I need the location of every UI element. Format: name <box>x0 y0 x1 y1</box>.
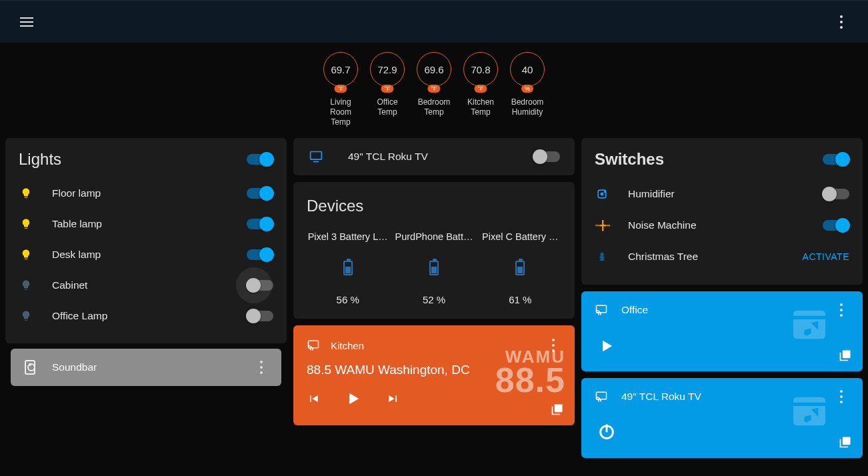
battery-icon <box>343 261 353 275</box>
bulb-icon <box>19 187 33 199</box>
media-room: 49" TCL Roku TV <box>621 391 701 403</box>
column-3: Switches Humidifier ┉╋┉ Noise Machine <box>581 138 863 458</box>
lights-title: Lights <box>19 150 61 169</box>
media-artwork: WAMU 88.5 <box>495 349 565 396</box>
tree-icon <box>595 250 609 263</box>
speaker-icon <box>23 360 37 375</box>
lights-card: Lights Floor lamp Table lamp <box>5 138 287 343</box>
light-row-floor-lamp: Floor lamp <box>19 178 273 209</box>
switches-card: Switches Humidifier ┉╋┉ Noise Machine <box>581 138 863 285</box>
sensor-unit: °F <box>474 85 487 93</box>
switches-master-toggle[interactable] <box>823 154 849 165</box>
sensor-value: 72.9 <box>377 64 397 75</box>
light-label: Desk lamp <box>52 249 101 261</box>
light-label: Floor lamp <box>52 187 101 199</box>
svg-rect-2 <box>309 341 319 348</box>
library-icon[interactable] <box>839 435 852 449</box>
devices-card: Devices Pixel 3 Battery L… 56 % PurdPhon… <box>293 182 575 319</box>
soundbar-label: Soundbar <box>52 361 97 373</box>
library-icon[interactable] <box>839 349 852 362</box>
tv-toggle[interactable] <box>533 151 560 162</box>
media-more-icon[interactable] <box>833 302 849 318</box>
device-name: Pixel 3 Battery L… <box>307 231 389 242</box>
light-toggle[interactable] <box>247 219 273 229</box>
sensor-unit: % <box>521 85 533 93</box>
sensor-value: 70.8 <box>471 64 490 75</box>
top-bar <box>0 0 868 43</box>
light-row-cabinet: Cabinet <box>19 270 273 301</box>
bulb-icon <box>19 279 33 291</box>
svg-rect-0 <box>311 152 322 160</box>
svg-rect-13 <box>793 397 825 426</box>
sensor-label: Living Room Temp <box>322 97 359 127</box>
battery-icon <box>515 261 525 275</box>
devices-title: Devices <box>307 197 561 215</box>
svg-rect-7 <box>597 305 607 313</box>
svg-rect-8 <box>793 311 825 339</box>
sensor-kitchen-temp[interactable]: 70.8 °F Kitchen Temp <box>462 52 499 127</box>
sensor-unit: °F <box>334 85 347 93</box>
device-value: 52 % <box>393 294 475 305</box>
switch-toggle[interactable] <box>823 189 849 199</box>
waveform-icon: ┉╋┉ <box>595 220 609 231</box>
cast-icon <box>307 339 320 351</box>
svg-rect-10 <box>597 392 607 399</box>
media-more-icon[interactable] <box>833 389 849 405</box>
prev-track-icon[interactable] <box>307 392 320 405</box>
cast-icon <box>595 304 608 316</box>
light-toggle[interactable] <box>247 280 273 291</box>
media-placeholder-icon <box>788 390 831 433</box>
switch-row-humidifier: Humidifier <box>595 178 849 210</box>
library-icon[interactable] <box>551 403 564 416</box>
switch-toggle[interactable] <box>823 220 849 231</box>
light-toggle[interactable] <box>247 311 273 321</box>
sensor-living-room-temp[interactable]: 69.7 °F Living Room Temp <box>322 52 359 127</box>
bulb-icon <box>19 310 33 322</box>
media-room: Kitchen <box>331 340 364 351</box>
device-value: 56 % <box>307 294 389 305</box>
column-1: Lights Floor lamp Table lamp <box>5 138 287 458</box>
light-toggle[interactable] <box>247 249 273 260</box>
sensor-unit: °F <box>381 85 393 93</box>
bulb-icon <box>19 249 33 261</box>
next-track-icon[interactable] <box>387 392 400 405</box>
activate-button[interactable]: ACTIVATE <box>803 251 849 262</box>
sensor-label: Bedroom Temp <box>415 97 453 117</box>
device-pixelc[interactable]: Pixel C Battery … 61 % <box>479 231 561 305</box>
device-purdphone[interactable]: PurdPhone Batt… 52 % <box>393 231 475 305</box>
column-2: 49" TCL Roku TV Devices Pixel 3 Battery … <box>293 138 575 458</box>
sensor-bedroom-humidity[interactable]: 40 % Bedroom Humidity <box>509 52 546 127</box>
light-row-office-lamp: Office Lamp <box>19 301 273 331</box>
device-name: PurdPhone Batt… <box>393 231 475 242</box>
tv-label: 49" TCL Roku TV <box>348 151 428 163</box>
sensor-label: Kitchen Temp <box>462 97 499 117</box>
sensor-unit: °F <box>427 85 440 93</box>
sensor-value: 40 <box>522 64 533 75</box>
light-toggle[interactable] <box>247 188 273 199</box>
sensor-office-temp[interactable]: 72.9 °F Office Temp <box>369 52 406 127</box>
device-pixel3[interactable]: Pixel 3 Battery L… 56 % <box>307 231 389 305</box>
switch-row-noise-machine: ┉╋┉ Noise Machine <box>595 210 849 241</box>
sensor-label: Bedroom Humidity <box>509 97 546 117</box>
soundbar-card[interactable]: Soundbar <box>11 349 281 386</box>
switch-label: Christmas Tree <box>628 251 698 263</box>
light-label: Table lamp <box>52 218 102 230</box>
menu-icon[interactable] <box>19 14 35 30</box>
lights-master-toggle[interactable] <box>247 154 273 165</box>
device-name: Pixel C Battery … <box>479 231 561 242</box>
media-room: Office <box>621 304 648 316</box>
tv-icon <box>308 150 324 163</box>
more-icon[interactable] <box>833 14 849 30</box>
light-label: Office Lamp <box>52 310 107 322</box>
light-label: Cabinet <box>52 279 87 291</box>
sensor-row: 69.7 °F Living Room Temp 72.9 °F Office … <box>0 43 868 133</box>
media-office-card: Office <box>581 291 863 371</box>
play-icon[interactable] <box>344 389 363 408</box>
switches-title: Switches <box>595 150 664 169</box>
sensor-label: Office Temp <box>369 97 406 117</box>
svg-point-6 <box>604 191 605 193</box>
switch-label: Humidifier <box>628 188 675 200</box>
soundbar-more-icon[interactable] <box>253 359 269 375</box>
humidifier-icon <box>595 187 609 201</box>
sensor-bedroom-temp[interactable]: 69.6 °F Bedroom Temp <box>415 52 453 127</box>
